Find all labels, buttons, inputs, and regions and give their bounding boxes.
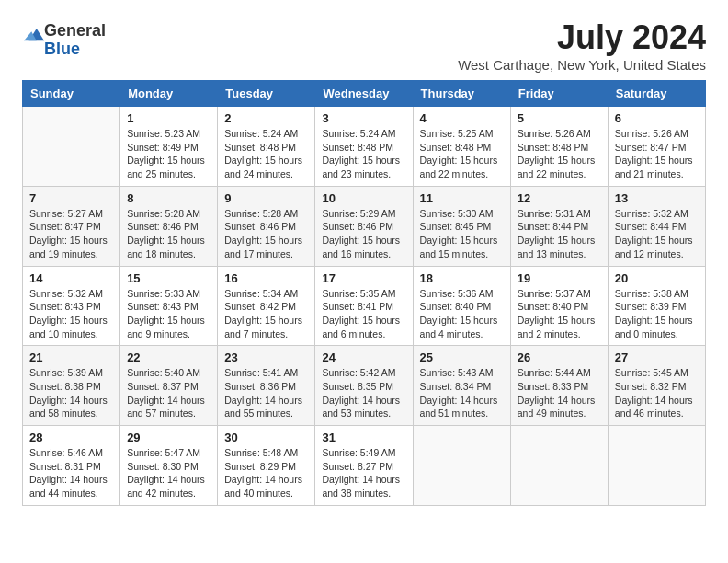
calendar-cell: 28Sunrise: 5:46 AM Sunset: 8:31 PM Dayli… xyxy=(23,426,120,506)
day-info: Sunrise: 5:37 AM Sunset: 8:40 PM Dayligh… xyxy=(518,287,601,341)
calendar-table: SundayMondayTuesdayWednesdayThursdayFrid… xyxy=(22,80,706,506)
day-number: 18 xyxy=(420,271,504,285)
day-info: Sunrise: 5:25 AM Sunset: 8:48 PM Dayligh… xyxy=(420,127,504,181)
day-number: 14 xyxy=(29,271,113,285)
calendar-cell: 8Sunrise: 5:28 AM Sunset: 8:46 PM Daylig… xyxy=(120,186,218,266)
day-info: Sunrise: 5:24 AM Sunset: 8:48 PM Dayligh… xyxy=(322,127,405,181)
day-info: Sunrise: 5:47 AM Sunset: 8:30 PM Dayligh… xyxy=(127,446,210,500)
day-info: Sunrise: 5:32 AM Sunset: 8:44 PM Dayligh… xyxy=(615,207,699,261)
day-info: Sunrise: 5:30 AM Sunset: 8:45 PM Dayligh… xyxy=(420,207,504,261)
column-header-friday: Friday xyxy=(510,81,608,107)
day-info: Sunrise: 5:33 AM Sunset: 8:43 PM Dayligh… xyxy=(127,287,210,341)
calendar-cell: 4Sunrise: 5:25 AM Sunset: 8:48 PM Daylig… xyxy=(413,107,510,187)
calendar-cell: 31Sunrise: 5:49 AM Sunset: 8:27 PM Dayli… xyxy=(315,426,413,506)
day-info: Sunrise: 5:42 AM Sunset: 8:35 PM Dayligh… xyxy=(322,366,405,420)
calendar-week-row: 14Sunrise: 5:32 AM Sunset: 8:43 PM Dayli… xyxy=(23,266,706,346)
day-number: 6 xyxy=(615,111,699,125)
calendar-cell: 24Sunrise: 5:42 AM Sunset: 8:35 PM Dayli… xyxy=(315,346,413,426)
day-info: Sunrise: 5:45 AM Sunset: 8:32 PM Dayligh… xyxy=(615,366,699,420)
calendar-cell: 16Sunrise: 5:34 AM Sunset: 8:42 PM Dayli… xyxy=(218,266,315,346)
day-info: Sunrise: 5:23 AM Sunset: 8:49 PM Dayligh… xyxy=(127,127,210,181)
day-info: Sunrise: 5:26 AM Sunset: 8:48 PM Dayligh… xyxy=(518,127,601,181)
calendar-week-row: 7Sunrise: 5:27 AM Sunset: 8:47 PM Daylig… xyxy=(23,186,706,266)
day-number: 17 xyxy=(322,271,405,285)
calendar-week-row: 21Sunrise: 5:39 AM Sunset: 8:38 PM Dayli… xyxy=(23,346,706,426)
column-header-monday: Monday xyxy=(120,81,218,107)
logo-icon xyxy=(24,24,44,44)
day-number: 19 xyxy=(518,271,601,285)
day-info: Sunrise: 5:28 AM Sunset: 8:46 PM Dayligh… xyxy=(127,207,210,261)
page-header: General Blue July 2024 West Carthage, Ne… xyxy=(22,18,706,73)
calendar-cell: 1Sunrise: 5:23 AM Sunset: 8:49 PM Daylig… xyxy=(120,107,218,187)
column-header-tuesday: Tuesday xyxy=(218,81,315,107)
calendar-cell: 6Sunrise: 5:26 AM Sunset: 8:47 PM Daylig… xyxy=(608,107,705,187)
calendar-cell: 14Sunrise: 5:32 AM Sunset: 8:43 PM Dayli… xyxy=(23,266,120,346)
calendar-cell: 10Sunrise: 5:29 AM Sunset: 8:46 PM Dayli… xyxy=(315,186,413,266)
calendar-cell: 19Sunrise: 5:37 AM Sunset: 8:40 PM Dayli… xyxy=(510,266,608,346)
calendar-cell: 13Sunrise: 5:32 AM Sunset: 8:44 PM Dayli… xyxy=(608,186,705,266)
calendar-cell: 17Sunrise: 5:35 AM Sunset: 8:41 PM Dayli… xyxy=(315,266,413,346)
calendar-cell: 5Sunrise: 5:26 AM Sunset: 8:48 PM Daylig… xyxy=(510,107,608,187)
calendar-cell: 11Sunrise: 5:30 AM Sunset: 8:45 PM Dayli… xyxy=(413,186,510,266)
calendar-cell: 27Sunrise: 5:45 AM Sunset: 8:32 PM Dayli… xyxy=(608,346,705,426)
day-info: Sunrise: 5:35 AM Sunset: 8:41 PM Dayligh… xyxy=(322,287,405,341)
day-number: 5 xyxy=(518,111,601,125)
day-number: 22 xyxy=(127,350,210,364)
calendar-cell xyxy=(510,426,608,506)
day-info: Sunrise: 5:28 AM Sunset: 8:46 PM Dayligh… xyxy=(224,207,308,261)
day-number: 15 xyxy=(127,271,210,285)
day-info: Sunrise: 5:27 AM Sunset: 8:47 PM Dayligh… xyxy=(29,207,113,261)
calendar-cell: 3Sunrise: 5:24 AM Sunset: 8:48 PM Daylig… xyxy=(315,107,413,187)
day-number: 29 xyxy=(127,431,210,444)
day-number: 23 xyxy=(224,350,308,364)
day-number: 13 xyxy=(615,191,699,205)
day-number: 7 xyxy=(29,191,113,205)
day-number: 2 xyxy=(224,111,308,125)
day-info: Sunrise: 5:36 AM Sunset: 8:40 PM Dayligh… xyxy=(420,287,504,341)
day-number: 24 xyxy=(322,350,405,364)
calendar-cell xyxy=(23,107,120,187)
day-number: 9 xyxy=(224,191,308,205)
column-header-thursday: Thursday xyxy=(413,81,510,107)
calendar-header-row: SundayMondayTuesdayWednesdayThursdayFrid… xyxy=(23,81,706,107)
calendar-cell: 25Sunrise: 5:43 AM Sunset: 8:34 PM Dayli… xyxy=(413,346,510,426)
calendar-cell: 18Sunrise: 5:36 AM Sunset: 8:40 PM Dayli… xyxy=(413,266,510,346)
day-info: Sunrise: 5:26 AM Sunset: 8:47 PM Dayligh… xyxy=(615,127,699,181)
day-info: Sunrise: 5:49 AM Sunset: 8:27 PM Dayligh… xyxy=(322,446,405,500)
day-info: Sunrise: 5:34 AM Sunset: 8:42 PM Dayligh… xyxy=(224,287,308,341)
day-info: Sunrise: 5:40 AM Sunset: 8:37 PM Dayligh… xyxy=(127,366,210,420)
calendar-cell: 12Sunrise: 5:31 AM Sunset: 8:44 PM Dayli… xyxy=(510,186,608,266)
day-number: 12 xyxy=(518,191,601,205)
day-number: 11 xyxy=(420,191,504,205)
location-title: West Carthage, New York, United States xyxy=(458,57,706,73)
day-number: 1 xyxy=(127,111,210,125)
calendar-cell xyxy=(608,426,705,506)
column-header-wednesday: Wednesday xyxy=(315,81,413,107)
month-title: July 2024 xyxy=(458,18,706,57)
logo-general-text: General xyxy=(44,22,106,40)
column-header-sunday: Sunday xyxy=(23,81,120,107)
day-number: 25 xyxy=(420,350,504,364)
day-info: Sunrise: 5:39 AM Sunset: 8:38 PM Dayligh… xyxy=(29,366,113,420)
calendar-cell: 23Sunrise: 5:41 AM Sunset: 8:36 PM Dayli… xyxy=(218,346,315,426)
day-info: Sunrise: 5:46 AM Sunset: 8:31 PM Dayligh… xyxy=(29,446,113,500)
calendar-cell: 15Sunrise: 5:33 AM Sunset: 8:43 PM Dayli… xyxy=(120,266,218,346)
calendar-cell: 7Sunrise: 5:27 AM Sunset: 8:47 PM Daylig… xyxy=(23,186,120,266)
day-number: 4 xyxy=(420,111,504,125)
logo-blue-text: Blue xyxy=(44,40,106,59)
day-number: 10 xyxy=(322,191,405,205)
calendar-cell: 9Sunrise: 5:28 AM Sunset: 8:46 PM Daylig… xyxy=(218,186,315,266)
calendar-week-row: 1Sunrise: 5:23 AM Sunset: 8:49 PM Daylig… xyxy=(23,107,706,187)
calendar-cell: 29Sunrise: 5:47 AM Sunset: 8:30 PM Dayli… xyxy=(120,426,218,506)
day-number: 8 xyxy=(127,191,210,205)
logo: General Blue xyxy=(22,22,106,59)
day-info: Sunrise: 5:43 AM Sunset: 8:34 PM Dayligh… xyxy=(420,366,504,420)
calendar-cell: 20Sunrise: 5:38 AM Sunset: 8:39 PM Dayli… xyxy=(608,266,705,346)
day-number: 26 xyxy=(518,350,601,364)
calendar-cell xyxy=(413,426,510,506)
title-area: July 2024 West Carthage, New York, Unite… xyxy=(458,18,706,73)
day-number: 20 xyxy=(615,271,699,285)
day-number: 16 xyxy=(224,271,308,285)
day-info: Sunrise: 5:24 AM Sunset: 8:48 PM Dayligh… xyxy=(224,127,308,181)
day-info: Sunrise: 5:44 AM Sunset: 8:33 PM Dayligh… xyxy=(518,366,601,420)
